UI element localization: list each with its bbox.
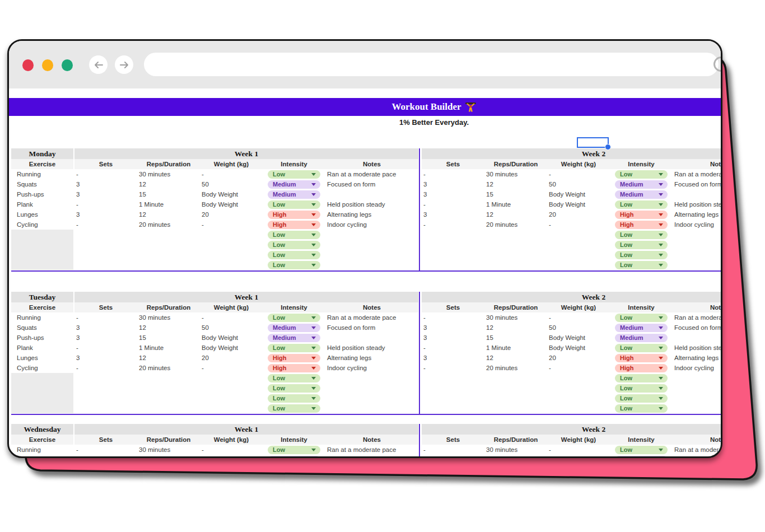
reps-cell[interactable]: 15 <box>484 189 547 199</box>
notes-cell[interactable]: Indoor cycling <box>325 220 418 230</box>
reps-cell[interactable]: 15 <box>137 333 200 343</box>
notes-cell[interactable]: Ran at a moderate pace <box>325 169 418 179</box>
reps-cell[interactable]: 20 minutes <box>484 220 547 230</box>
empty-exercise-cell[interactable] <box>11 403 73 413</box>
notes-cell[interactable]: Indoor cycling <box>673 363 721 373</box>
intensity-dropdown[interactable]: Low <box>268 384 320 393</box>
notes-cell[interactable]: Focused on form <box>325 323 418 333</box>
reps-cell[interactable]: 12 <box>484 455 547 458</box>
weight-cell[interactable]: - <box>547 363 610 373</box>
notes-cell[interactable]: Ran at a moderate pace <box>325 445 418 455</box>
weight-cell[interactable]: - <box>547 169 610 179</box>
reps-cell[interactable]: 30 minutes <box>137 169 200 179</box>
notes-cell[interactable]: Focused on form <box>325 455 418 458</box>
url-bar[interactable] <box>144 53 719 76</box>
intensity-dropdown[interactable]: Low <box>615 251 668 259</box>
notes-cell[interactable]: Alternating legs <box>325 209 418 220</box>
sets-cell[interactable]: 3 <box>74 323 137 333</box>
sets-cell[interactable]: 3 <box>74 189 137 199</box>
empty-exercise-cell[interactable] <box>11 230 73 240</box>
intensity-dropdown[interactable]: Low <box>268 231 320 239</box>
reps-cell[interactable]: 12 <box>137 179 200 189</box>
intensity-dropdown[interactable]: Low <box>615 231 668 239</box>
sets-cell[interactable]: 3 <box>74 179 137 189</box>
sets-cell[interactable]: - <box>422 220 484 230</box>
notes-cell[interactable]: Focused on form <box>673 323 721 333</box>
weight-cell[interactable]: 20 <box>200 209 263 220</box>
intensity-dropdown[interactable]: High <box>268 211 320 219</box>
exercise-name-cell[interactable]: Squats <box>11 455 73 458</box>
weight-cell[interactable]: Body Weight <box>200 343 263 353</box>
traffic-light-close-button[interactable] <box>22 59 34 71</box>
intensity-dropdown[interactable]: Medium <box>615 190 668 199</box>
intensity-dropdown[interactable]: Low <box>268 374 320 382</box>
weight-cell[interactable]: 50 <box>547 323 610 333</box>
intensity-dropdown[interactable]: Medium <box>268 334 320 342</box>
weight-cell[interactable]: 50 <box>200 179 263 189</box>
sets-cell[interactable]: - <box>422 343 484 353</box>
weight-cell[interactable]: 50 <box>547 179 610 189</box>
reps-cell[interactable]: 1 Minute <box>137 199 200 209</box>
weight-cell[interactable]: - <box>200 312 263 323</box>
notes-cell[interactable]: Held position steady <box>325 199 418 209</box>
weight-cell[interactable]: Body Weight <box>200 189 263 199</box>
weight-cell[interactable]: Body Weight <box>547 343 610 353</box>
exercise-name-cell[interactable]: Plank <box>11 343 73 353</box>
weight-cell[interactable]: Body Weight <box>200 199 263 209</box>
traffic-light-maximize-button[interactable] <box>62 59 73 71</box>
notes-cell[interactable]: Focused on form <box>673 179 721 189</box>
reps-cell[interactable]: 30 minutes <box>137 312 200 323</box>
notes-cell[interactable]: Alternating legs <box>673 209 721 220</box>
exercise-name-cell[interactable]: Lunges <box>11 353 73 363</box>
weight-cell[interactable]: - <box>547 445 610 455</box>
sets-cell[interactable]: - <box>422 312 484 323</box>
sets-cell[interactable]: 3 <box>74 209 137 220</box>
weight-cell[interactable]: Body Weight <box>547 189 610 199</box>
notes-cell[interactable]: Ran at a moderate pace <box>673 169 721 179</box>
exercise-name-cell[interactable]: Running <box>11 312 73 323</box>
reps-cell[interactable]: 1 Minute <box>484 199 547 209</box>
weight-cell[interactable]: 50 <box>200 455 263 458</box>
exercise-name-cell[interactable]: Running <box>11 445 73 455</box>
weight-cell[interactable]: - <box>200 169 263 179</box>
weight-cell[interactable]: Body Weight <box>547 333 610 343</box>
intensity-dropdown[interactable]: Medium <box>268 190 320 199</box>
intensity-dropdown[interactable]: Low <box>615 241 668 249</box>
reps-cell[interactable]: 12 <box>484 209 547 220</box>
weight-cell[interactable]: - <box>200 445 263 455</box>
sets-cell[interactable]: 3 <box>74 455 137 458</box>
sets-cell[interactable]: - <box>422 363 484 373</box>
intensity-dropdown[interactable]: Low <box>268 446 320 454</box>
weight-cell[interactable]: 20 <box>547 353 610 363</box>
reps-cell[interactable]: 30 minutes <box>484 312 547 323</box>
sets-cell[interactable]: - <box>74 169 137 179</box>
exercise-name-cell[interactable]: Cycling <box>11 363 73 373</box>
intensity-dropdown[interactable]: High <box>268 364 320 372</box>
notes-cell[interactable]: Ran at a moderate pace <box>673 445 721 455</box>
intensity-dropdown[interactable]: Low <box>615 384 668 393</box>
weight-cell[interactable]: - <box>200 220 263 230</box>
empty-exercise-cell[interactable] <box>11 373 73 383</box>
intensity-dropdown[interactable]: Low <box>268 251 320 259</box>
reps-cell[interactable]: 12 <box>484 323 547 333</box>
sets-cell[interactable]: - <box>422 445 484 455</box>
intensity-dropdown[interactable]: High <box>615 354 668 362</box>
exercise-name-cell[interactable]: Push-ups <box>11 189 73 199</box>
forward-button[interactable] <box>115 55 133 74</box>
intensity-dropdown[interactable]: Low <box>615 200 668 209</box>
exercise-name-cell[interactable]: Running <box>11 169 73 179</box>
intensity-dropdown[interactable]: High <box>615 221 668 229</box>
notes-cell[interactable]: Indoor cycling <box>325 363 418 373</box>
weight-cell[interactable]: Body Weight <box>547 199 610 209</box>
exercise-name-cell[interactable]: Push-ups <box>11 333 73 343</box>
sets-cell[interactable]: - <box>74 199 137 209</box>
weight-cell[interactable]: 20 <box>200 353 263 363</box>
notes-cell[interactable]: Focused on form <box>325 179 418 189</box>
reps-cell[interactable]: 15 <box>484 333 547 343</box>
sets-cell[interactable]: 3 <box>422 179 484 189</box>
weight-cell[interactable]: - <box>547 220 610 230</box>
traffic-light-minimize-button[interactable] <box>42 59 53 71</box>
notes-cell[interactable] <box>325 189 418 199</box>
notes-cell[interactable]: Held position steady <box>325 343 418 353</box>
sets-cell[interactable]: 3 <box>422 333 484 343</box>
